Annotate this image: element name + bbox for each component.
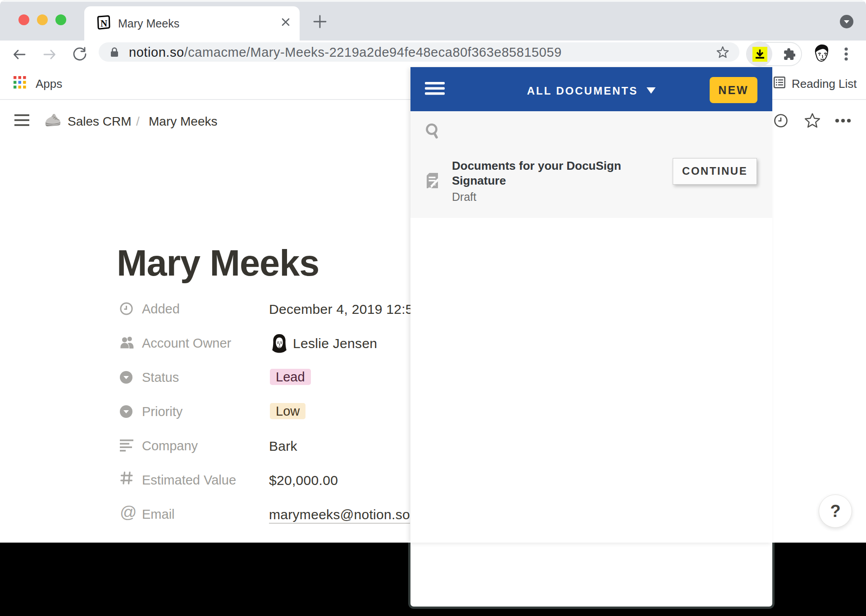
svg-text:N: N [100,18,107,29]
